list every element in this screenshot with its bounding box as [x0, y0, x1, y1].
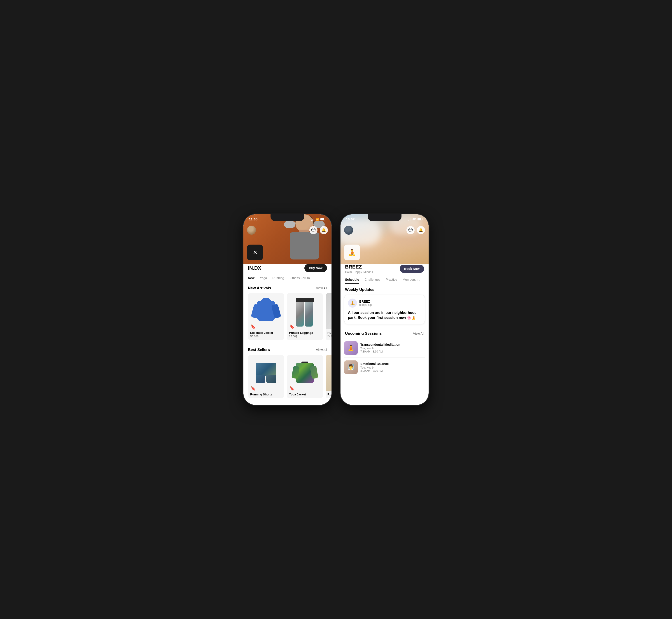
leggings-image: 🔖	[287, 293, 323, 329]
brand-name-breez: BREEZ	[345, 264, 373, 270]
meditation-thumb: 🧘	[344, 341, 358, 355]
bookmark-shorts: 🔖	[251, 386, 256, 391]
sessions-list: 🧘 Transcendental Meditation Tue, Nov 9 7…	[340, 339, 428, 377]
running-partial-name: Runni...	[327, 331, 332, 334]
balance-name: Emotional Balance	[360, 362, 425, 366]
brand-info-breez: BREEZ Calm. Happy. Mindful	[345, 264, 373, 274]
brand-name-indx: IN.DX	[248, 265, 261, 271]
jacket-info: Essential Jacket 55.00$	[248, 329, 284, 340]
brand-header-indx: IN.DX Buy Now	[244, 264, 332, 274]
bell-icon[interactable]: 🔔	[320, 226, 328, 234]
message-breez-icon[interactable]: 💬	[406, 226, 415, 234]
best-sellers-header: Best Sellers View All	[244, 344, 332, 355]
update-header: 🧘 BREEZ 8 days ago	[348, 298, 421, 307]
status-time-indx: 11:35	[249, 217, 257, 221]
user-avatar-breez[interactable]	[344, 226, 353, 235]
jacket-image: 🔖	[248, 293, 284, 329]
tab-practice[interactable]: Practice	[386, 276, 397, 284]
signal-icon	[311, 218, 314, 221]
signal-breez-icon	[408, 218, 411, 221]
sessions-view-all[interactable]: View All	[413, 332, 424, 335]
weekly-updates-header: Weekly Updates	[340, 284, 428, 295]
update-author-name: BREEZ	[359, 300, 373, 303]
status-time-breez: 16:07	[346, 217, 354, 221]
jacket-price: 55.00$	[250, 335, 282, 338]
hero-breez: 16:07 4G	[340, 214, 428, 264]
session-balance[interactable]: 🧖 Emotional Balance Tue, Nov 9 8:00 AM -…	[344, 358, 425, 377]
user-avatar-indx[interactable]	[247, 226, 256, 235]
battery-icon	[320, 218, 326, 220]
content-indx[interactable]: IN.DX Buy Now New Yoga Running Fitness F…	[244, 264, 332, 405]
product-essential-jacket[interactable]: 🔖 Essential Jacket 55.00$	[248, 293, 284, 340]
meditation-time: 7:30 AM - 8:30 AM	[360, 350, 425, 353]
buy-now-button[interactable]: Buy Now	[305, 264, 327, 272]
balance-thumb: 🧖	[344, 360, 358, 374]
brand-logo-breez: 🧘	[344, 245, 360, 260]
product-printed-leggings[interactable]: 🔖 Printed Leggings 35.00$	[287, 293, 323, 340]
meditation-name: Transcendental Meditation	[360, 343, 425, 346]
running-partial-image	[326, 293, 332, 329]
best-sellers-view-all[interactable]: View All	[316, 348, 327, 352]
product-partial-2[interactable]: Ru...	[326, 355, 332, 398]
tab-new[interactable]: New	[248, 274, 255, 282]
weekly-updates-title: Weekly Updates	[345, 287, 375, 292]
tab-running[interactable]: Running	[272, 274, 284, 282]
partial2-info: Ru...	[326, 391, 332, 398]
hero-icons-breez: 💬 🔔	[340, 226, 428, 235]
brand-logo-indx: ✕	[247, 245, 263, 260]
session-meditation[interactable]: 🧘 Transcendental Meditation Tue, Nov 9 7…	[344, 339, 425, 358]
brand-header-breez: BREEZ Calm. Happy. Mindful Book Now	[340, 264, 428, 276]
book-now-button[interactable]: Book Now	[400, 265, 424, 273]
hero-action-icons: 💬 🔔	[309, 226, 328, 234]
product-yoga-jacket[interactable]: 🔖 Yoga Jacket	[287, 355, 323, 398]
screen-breez: 16:07 4G	[340, 214, 428, 405]
notch-indx	[271, 214, 305, 221]
best-sellers-title: Best Sellers	[248, 348, 270, 352]
running-partial-price: 22.00$	[327, 334, 332, 338]
balance-info: Emotional Balance Tue, Nov 9 8:00 AM - 8…	[360, 362, 425, 372]
product-running-shorts[interactable]: 🔖 Running Shorts	[248, 355, 284, 398]
tab-yoga[interactable]: Yoga	[260, 274, 267, 282]
leggings-info: Printed Leggings 35.00$	[287, 329, 323, 340]
jacket-name: Essential Jacket	[250, 331, 282, 334]
balance-time: 8:00 AM - 8:30 AM	[360, 369, 425, 372]
tab-membership[interactable]: Membersh...	[403, 276, 420, 284]
product-running-partial[interactable]: Runni... 22.00$	[326, 293, 332, 340]
content-breez[interactable]: BREEZ Calm. Happy. Mindful Book Now Sche…	[340, 264, 428, 405]
partial2-name: Ru...	[327, 393, 332, 396]
update-card: 🧘 BREEZ 8 days ago All our session are i…	[344, 295, 425, 324]
brand-tagline-breez: Calm. Happy. Mindful	[345, 270, 373, 274]
breez-action-icons: 💬 🔔	[406, 226, 425, 234]
breez-logo-symbol: 🧘	[348, 249, 356, 256]
update-text: All our session are in our neighborhood …	[348, 310, 421, 321]
yoga-jacket-image: 🔖	[287, 355, 323, 391]
new-arrivals-view-all[interactable]: View All	[316, 286, 327, 290]
screen-indx: 11:35 📶	[244, 214, 332, 405]
yoga-jacket-name: Yoga Jacket	[289, 393, 321, 396]
shorts-name: Running Shorts	[250, 393, 282, 396]
tab-fitness-forum[interactable]: Fitness Forum	[289, 274, 310, 282]
status-icons-breez: 4G	[408, 218, 423, 221]
hero-icons-indx: 💬 🔔	[244, 226, 332, 235]
leggings-price: 35.00$	[289, 335, 321, 338]
shorts-info: Running Shorts	[248, 391, 284, 398]
leggings-name: Printed Leggings	[289, 331, 321, 334]
bell-breez-icon[interactable]: 🔔	[417, 226, 425, 234]
tab-schedule[interactable]: Schedule	[345, 276, 359, 284]
yoga-jacket-info: Yoga Jacket	[287, 391, 323, 398]
meditation-figure-icon: 🧘	[347, 345, 354, 351]
logo-symbol: ✕	[253, 249, 257, 256]
running-partial-info: Runni... 22.00$	[326, 329, 332, 340]
weekly-updates-content: 🧘 BREEZ 8 days ago All our session are i…	[340, 295, 428, 328]
new-arrivals-header: New Arrivals View All	[244, 282, 332, 293]
wifi-icon: 📶	[316, 218, 319, 221]
battery-breez-icon	[417, 218, 423, 220]
message-icon[interactable]: 💬	[309, 226, 318, 234]
bookmark-yoga-jacket: 🔖	[289, 386, 294, 391]
bookmark-jacket: 🔖	[251, 324, 256, 329]
new-arrivals-products: 🔖 Essential Jacket 55.00$	[244, 293, 332, 344]
new-arrivals-title: New Arrivals	[248, 286, 271, 290]
tab-challenges[interactable]: Challenges	[364, 276, 380, 284]
update-avatar: 🧘	[348, 298, 357, 307]
tabs-indx: New Yoga Running Fitness Forum	[244, 274, 332, 282]
